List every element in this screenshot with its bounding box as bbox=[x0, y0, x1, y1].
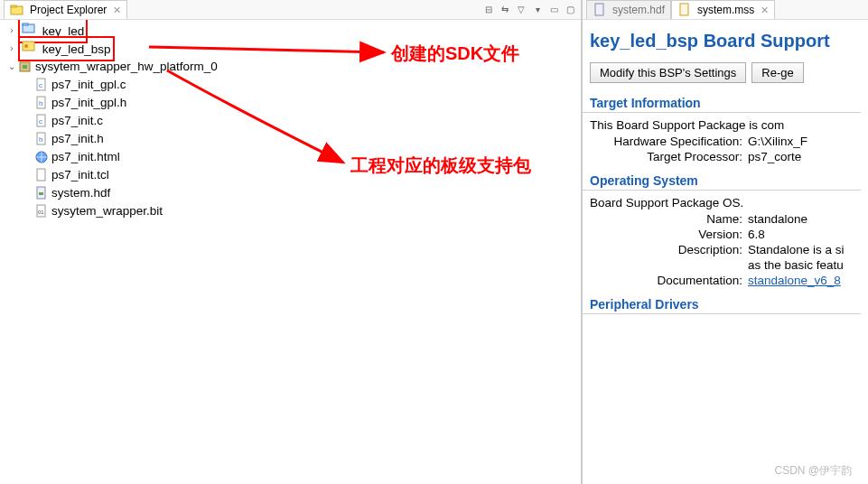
bsp-editor: key_led_bsp Board Support Modify this BS… bbox=[583, 20, 868, 318]
tab-label: system.hdf bbox=[612, 4, 665, 16]
watermark: CSDN @伊宇韵 bbox=[774, 463, 852, 479]
tcl-file-icon bbox=[34, 168, 49, 182]
os-name-label: Name: bbox=[590, 212, 748, 226]
os-version-label: Version: bbox=[590, 228, 748, 241]
collapse-icon[interactable]: ⌄ bbox=[5, 58, 18, 76]
tree-label: sysytem_wrapper_hw_platform_0 bbox=[35, 58, 218, 76]
target-info-text: This Board Support Package is com bbox=[583, 116, 868, 134]
hw-spec-value: G:\Xilinx_F bbox=[748, 135, 868, 148]
expand-icon[interactable]: › bbox=[5, 40, 18, 58]
bit-file-icon: 01 bbox=[34, 204, 49, 219]
svg-rect-4 bbox=[23, 42, 34, 51]
svg-rect-7 bbox=[23, 65, 27, 69]
hdf-file-icon bbox=[34, 186, 49, 200]
tab-system-mss[interactable]: system.mss ✕ bbox=[671, 0, 775, 19]
file-label: ps7_init_gpl.c bbox=[51, 76, 126, 94]
os-doc-link[interactable]: standalone_v6_8 bbox=[748, 274, 868, 287]
tab-label: system.mss bbox=[697, 4, 754, 16]
file-label: ps7_init.tcl bbox=[51, 166, 109, 184]
view-menu-icon[interactable]: ▾ bbox=[530, 3, 545, 17]
svg-text:h: h bbox=[39, 99, 42, 107]
hw-spec-label: Hardware Specification: bbox=[590, 135, 748, 148]
tree-item-file[interactable]: cps7_init.c bbox=[5, 112, 581, 130]
maximize-icon[interactable]: ▢ bbox=[563, 3, 577, 17]
bsp-title: key_led_bsp Board Support bbox=[583, 20, 868, 59]
bsp-icon bbox=[22, 39, 36, 53]
project-icon bbox=[22, 21, 36, 35]
c-file-icon: c bbox=[34, 78, 49, 92]
os-desc-value-2: as the basic featu bbox=[748, 258, 868, 272]
expand-icon[interactable]: › bbox=[5, 22, 18, 40]
explorer-header: Project Explorer ✕ ⊟ ⇆ ▽ ▾ ▭ ▢ bbox=[0, 0, 581, 20]
h-file-icon: h bbox=[34, 132, 49, 146]
editor-panel: system.hdf system.mss ✕ key_led_bsp Boar… bbox=[583, 0, 868, 484]
section-os: Operating System bbox=[583, 164, 861, 191]
explorer-toolbar: ⊟ ⇆ ▽ ▾ ▭ ▢ bbox=[481, 3, 577, 17]
tree-item-file[interactable]: ps7_init.html bbox=[5, 148, 581, 166]
tree-item-key-led-bsp[interactable]: › key_led_bsp bbox=[5, 40, 581, 58]
project-explorer-panel: Project Explorer ✕ ⊟ ⇆ ▽ ▾ ▭ ▢ › key_led bbox=[0, 0, 583, 484]
os-desc-value: Standalone is a si bbox=[748, 243, 868, 256]
tree-item-file[interactable]: system.hdf bbox=[5, 184, 581, 202]
svg-rect-22 bbox=[595, 4, 603, 15]
svg-text:h: h bbox=[39, 135, 42, 144]
close-icon[interactable]: ✕ bbox=[113, 5, 121, 16]
file-label: ps7_init.c bbox=[51, 112, 103, 130]
svg-text:c: c bbox=[39, 81, 42, 89]
svg-point-5 bbox=[24, 44, 28, 48]
target-proc-value: ps7_corte bbox=[748, 150, 868, 163]
h-file-icon: h bbox=[34, 96, 49, 110]
tree-item-file[interactable]: hps7_init_gpl.h bbox=[5, 94, 581, 112]
explorer-title: Project Explorer bbox=[30, 4, 107, 16]
regenerate-button[interactable]: Re-ge bbox=[751, 62, 803, 83]
os-desc-label: Description: bbox=[590, 243, 748, 256]
hw-platform-icon bbox=[18, 60, 33, 74]
svg-text:01: 01 bbox=[38, 209, 44, 215]
svg-rect-19 bbox=[39, 192, 43, 195]
tree-item-hw-platform[interactable]: ⌄ sysytem_wrapper_hw_platform_0 bbox=[5, 58, 581, 76]
svg-text:c: c bbox=[39, 117, 42, 126]
hdf-file-icon bbox=[593, 3, 607, 17]
close-icon[interactable]: ✕ bbox=[761, 5, 769, 16]
c-file-icon: c bbox=[34, 114, 49, 128]
tree-label: key_led_bsp bbox=[42, 42, 111, 56]
filter-icon[interactable]: ▽ bbox=[514, 3, 528, 17]
collapse-all-icon[interactable]: ⊟ bbox=[481, 3, 496, 17]
link-editor-icon[interactable]: ⇆ bbox=[498, 3, 512, 17]
svg-rect-1 bbox=[11, 5, 16, 7]
os-text: Board Support Package OS. bbox=[583, 194, 868, 211]
tree-item-file[interactable]: ps7_init.tcl bbox=[5, 166, 581, 184]
editor-tabs: system.hdf system.mss ✕ bbox=[583, 0, 868, 20]
svg-rect-17 bbox=[37, 169, 45, 181]
file-label: ps7_init_gpl.h bbox=[51, 94, 126, 112]
os-doc-label: Documentation: bbox=[590, 274, 748, 287]
tree-item-file[interactable]: cps7_init_gpl.c bbox=[5, 76, 581, 94]
tab-system-hdf[interactable]: system.hdf bbox=[586, 0, 671, 19]
explorer-tab[interactable]: Project Explorer ✕ bbox=[4, 0, 127, 19]
file-label: sysytem_wrapper.bit bbox=[51, 202, 163, 220]
mss-file-icon bbox=[677, 3, 692, 17]
os-name-value: standalone bbox=[748, 212, 868, 226]
tree-item-file[interactable]: 01sysytem_wrapper.bit bbox=[5, 202, 581, 220]
section-target-info: Target Information bbox=[583, 87, 861, 113]
modify-bsp-button[interactable]: Modify this BSP's Settings bbox=[590, 62, 746, 83]
svg-rect-3 bbox=[23, 23, 28, 25]
file-label: ps7_init.html bbox=[51, 148, 120, 166]
file-label: ps7_init.h bbox=[51, 130, 104, 148]
folder-nav-icon bbox=[10, 3, 24, 17]
target-proc-label: Target Processor: bbox=[590, 150, 748, 163]
svg-rect-23 bbox=[680, 4, 688, 15]
project-tree[interactable]: › key_led › key_led_bsp ⌄ sysytem_wrappe… bbox=[0, 20, 581, 220]
tree-item-file[interactable]: hps7_init.h bbox=[5, 130, 581, 148]
minimize-icon[interactable]: ▭ bbox=[546, 3, 561, 17]
section-peripheral: Peripheral Drivers bbox=[583, 288, 861, 314]
file-label: system.hdf bbox=[51, 184, 110, 202]
os-version-value: 6.8 bbox=[748, 228, 868, 241]
html-file-icon bbox=[34, 150, 49, 164]
